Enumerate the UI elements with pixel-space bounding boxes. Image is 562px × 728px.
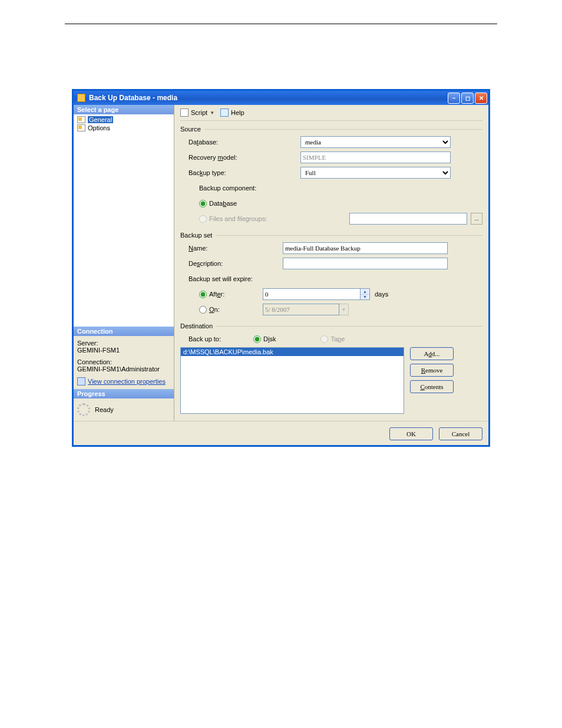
spinner-buttons[interactable]: ▲▼ [361,288,370,300]
filegroups-browse-button: ... [471,213,482,225]
sidebar-item-options[interactable]: Options [77,124,170,132]
backup-to-tape-radio: Tape [320,335,345,343]
name-label: Name: [189,245,283,252]
component-database-radio[interactable]: Database [199,200,237,207]
script-label: Script [191,109,207,116]
ok-button[interactable]: OK [389,427,433,440]
progress-header: Progress [74,389,174,398]
progress-panel: Ready [74,398,174,421]
dialog-footer: OK Cancel [74,421,488,445]
cancel-button[interactable]: Cancel [439,427,482,440]
connection-panel: Server: GEMINI-FSM1 Connection: GEMINI-F… [74,336,174,389]
dialog-backup-database: Back Up Database - media – ◻ ✕ Select a … [72,89,490,447]
help-label: Help [231,109,244,116]
expire-after-value[interactable] [263,288,361,300]
database-label: Database: [189,139,300,146]
page-icon [77,116,85,123]
page-list: General Options [74,114,174,133]
toolbar: Script ▼ Help [180,107,482,121]
add-button[interactable]: Add... [410,347,454,360]
help-button[interactable]: Help [220,108,244,117]
chevron-down-icon: ▼ [339,304,349,315]
expire-after-radio[interactable]: After: [199,291,253,298]
title-bar[interactable]: Back Up Database - media – ◻ ✕ [74,91,488,105]
properties-icon [77,377,85,386]
description-label: Description: [189,260,283,267]
right-pane: Script ▼ Help Source Database: media [174,105,488,421]
select-page-header: Select a page [74,105,174,114]
database-icon [77,94,85,102]
description-input[interactable] [283,258,448,269]
source-fieldset: Source Database: media Recovery model: B… [180,126,482,227]
backup-to-disk-radio[interactable]: Disk [253,335,276,343]
filegroups-field [349,213,467,225]
minimize-button[interactable]: – [448,93,460,104]
page-icon [77,124,85,131]
connection-value: GEMINI-FSM1\Administrator [77,365,170,373]
component-files-radio: Files and filegroups: [199,215,267,223]
backup-type-label: Backup type: [189,169,300,176]
spinner-icon [77,403,90,416]
backup-set-fieldset: Backup set Name: Description: Backup set… [180,232,482,318]
contents-button[interactable]: Contents [410,380,454,393]
database-select[interactable]: media [300,136,451,148]
script-icon [180,108,189,117]
backup-name-input[interactable] [283,242,448,254]
expire-on-date: ▼ [263,304,349,315]
remove-button[interactable]: Remove [410,364,454,377]
backup-type-select[interactable]: Full [300,167,451,179]
server-label: Server: [77,340,170,347]
window-title: Back Up Database - media [89,94,177,102]
maximize-button[interactable]: ◻ [461,93,474,104]
connection-header: Connection [74,327,174,336]
sidebar-item-label: General [88,116,113,123]
connection-label: Connection: [77,358,170,365]
source-legend: Source [180,126,201,133]
destination-legend: Destination [180,322,213,330]
backup-to-label: Back up to: [189,335,253,342]
script-button[interactable]: Script ▼ [180,108,214,117]
left-pane-spacer [74,133,174,327]
destination-fieldset: Destination Back up to: Disk Tape [180,322,482,415]
chevron-down-icon: ▼ [210,110,214,116]
expire-after-unit: days [375,291,388,298]
backup-set-legend: Backup set [180,232,212,239]
page-rule [65,24,497,24]
server-value: GEMINI-FSM1 [77,347,170,354]
backup-component-label: Backup component: [189,185,300,192]
expire-label: Backup set will expire: [189,275,283,282]
expire-after-spinner[interactable]: ▲▼ [263,288,370,300]
close-button[interactable]: ✕ [475,93,487,104]
view-connection-properties-link[interactable]: View connection properties [88,378,166,385]
left-pane: Select a page General Options Connection… [74,105,174,421]
expire-on-radio[interactable]: On: [199,306,253,314]
progress-status: Ready [95,406,114,413]
destination-list[interactable]: d:\MSSQL\BACKUP\media.bak [180,347,404,414]
help-icon [220,108,229,117]
recovery-model-field [300,151,451,163]
recovery-model-label: Recovery model: [189,154,300,161]
sidebar-item-label: Options [88,124,110,131]
destination-path[interactable]: d:\MSSQL\BACKUP\media.bak [181,348,404,356]
sidebar-item-general[interactable]: General [77,116,170,124]
